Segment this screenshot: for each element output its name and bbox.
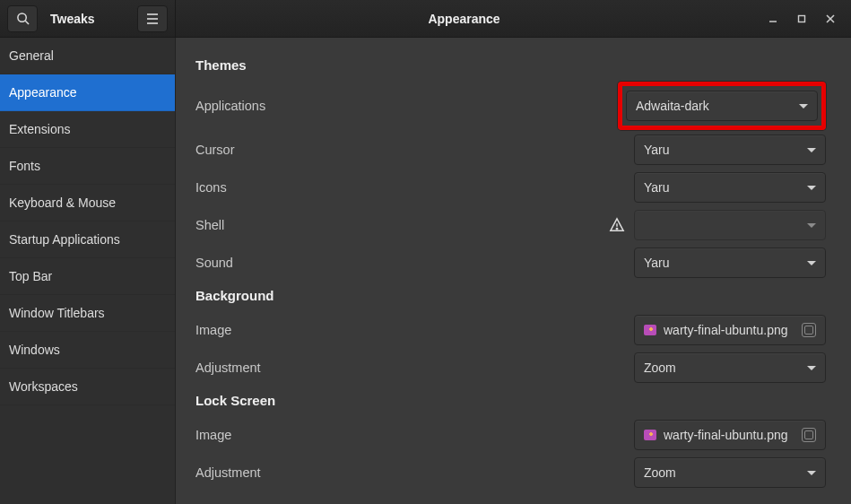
label-shell: Shell — [195, 218, 609, 232]
sidebar-item-label: Fonts — [9, 159, 40, 173]
sidebar-item-extensions[interactable]: Extensions — [0, 111, 175, 148]
label-bg-image: Image — [195, 323, 634, 337]
highlight-box: Adwaita-dark — [618, 82, 826, 130]
dropdown-value: Adwaita-dark — [636, 99, 792, 113]
dropdown-sound[interactable]: Yaru — [634, 248, 826, 278]
sidebar-item-startup-applications[interactable]: Startup Applications — [0, 222, 175, 258]
label-sound: Sound — [195, 256, 634, 270]
sidebar-item-label: Keyboard & Mouse — [9, 196, 116, 210]
page-title: Appearance — [428, 12, 499, 26]
sidebar-item-general[interactable]: General — [0, 38, 175, 74]
section-heading-lockscreen: Lock Screen — [195, 393, 826, 408]
dropdown-ls-adjustment[interactable]: Zoom — [634, 457, 826, 488]
chevron-down-icon — [807, 223, 816, 228]
svg-line-1 — [25, 21, 29, 24]
sidebar-item-workspaces[interactable]: Workspaces — [0, 369, 175, 405]
search-icon — [16, 12, 30, 25]
label-ls-adjustment: Adjustment — [195, 465, 634, 480]
menu-button[interactable] — [137, 5, 168, 32]
chevron-down-icon — [807, 186, 816, 190]
maximize-button[interactable] — [790, 7, 813, 30]
sidebar-item-keyboard-mouse[interactable]: Keyboard & Mouse — [0, 185, 175, 222]
dropdown-value: Zoom — [644, 465, 800, 480]
sidebar: General Appearance Extensions Fonts Keyb… — [0, 38, 176, 504]
dropdown-value: Yaru — [644, 180, 800, 195]
dropdown-value: Zoom — [644, 361, 800, 375]
app-title: Tweaks — [47, 12, 128, 26]
sidebar-item-label: Appearance — [9, 85, 77, 100]
dropdown-icons[interactable]: Yaru — [634, 172, 826, 203]
label-ls-image: Image — [195, 428, 634, 442]
section-heading-background: Background — [195, 288, 826, 303]
file-button-bg-image[interactable]: warty-final-ubuntu.png — [634, 315, 826, 345]
sidebar-item-appearance[interactable]: Appearance — [0, 74, 175, 111]
sidebar-item-fonts[interactable]: Fonts — [0, 148, 175, 185]
sidebar-item-label: Windows — [9, 343, 60, 357]
window-controls — [752, 0, 851, 37]
svg-point-0 — [17, 13, 25, 22]
sidebar-item-windows[interactable]: Windows — [0, 332, 175, 369]
dropdown-value: Yaru — [644, 143, 800, 157]
row-ls-image: Image warty-final-ubuntu.png — [195, 417, 826, 453]
row-shell: Shell — [195, 207, 826, 243]
image-thumbnail-icon — [644, 430, 656, 440]
file-value: warty-final-ubuntu.png — [664, 323, 796, 337]
row-ls-adjustment: Adjustment Zoom — [195, 455, 826, 491]
sidebar-item-label: Workspaces — [9, 379, 78, 394]
sidebar-item-window-titlebars[interactable]: Window Titlebars — [0, 295, 175, 332]
section-heading-themes: Themes — [195, 57, 826, 73]
sidebar-item-label: Top Bar — [9, 269, 52, 283]
label-applications: Applications — [195, 99, 618, 113]
sidebar-item-label: General — [9, 48, 54, 63]
open-file-icon — [802, 428, 816, 442]
label-bg-adjustment: Adjustment — [195, 361, 634, 375]
row-icons: Icons Yaru — [195, 169, 826, 205]
chevron-down-icon — [807, 261, 816, 265]
svg-rect-6 — [799, 15, 805, 22]
dropdown-bg-adjustment[interactable]: Zoom — [634, 352, 826, 383]
close-icon — [826, 14, 835, 23]
dropdown-applications[interactable]: Adwaita-dark — [626, 91, 818, 121]
open-file-icon — [802, 323, 816, 337]
titlebar-left: Tweaks — [0, 0, 176, 37]
hamburger-icon — [146, 13, 159, 24]
label-cursor: Cursor — [195, 143, 634, 157]
row-applications: Applications Adwaita-dark — [195, 82, 826, 130]
chevron-down-icon — [799, 104, 808, 109]
dropdown-value: Yaru — [644, 256, 800, 270]
file-button-ls-image[interactable]: warty-final-ubuntu.png — [634, 420, 826, 450]
dropdown-shell — [634, 210, 826, 240]
search-button[interactable] — [7, 5, 38, 32]
row-cursor: Cursor Yaru — [195, 132, 826, 168]
dropdown-cursor[interactable]: Yaru — [634, 135, 826, 165]
sidebar-item-top-bar[interactable]: Top Bar — [0, 258, 175, 295]
chevron-down-icon — [807, 148, 816, 152]
close-button[interactable] — [819, 7, 842, 30]
label-icons: Icons — [195, 180, 634, 195]
minimize-button[interactable] — [761, 7, 785, 30]
sidebar-item-label: Window Titlebars — [9, 306, 105, 320]
chevron-down-icon — [807, 471, 816, 475]
row-sound: Sound Yaru — [195, 245, 826, 281]
row-bg-adjustment: Adjustment Zoom — [195, 350, 826, 386]
warning-icon — [609, 217, 625, 233]
minimize-icon — [769, 14, 777, 23]
content-pane: Themes Applications Adwaita-dark Cursor … — [176, 38, 851, 504]
svg-point-10 — [616, 228, 617, 229]
maximize-icon — [797, 14, 806, 23]
chevron-down-icon — [807, 366, 816, 370]
titlebar-middle: Appearance — [176, 0, 752, 37]
sidebar-item-label: Extensions — [9, 122, 70, 136]
row-bg-image: Image warty-final-ubuntu.png — [195, 312, 826, 348]
file-value: warty-final-ubuntu.png — [664, 428, 796, 442]
titlebar: Tweaks Appearance — [0, 0, 851, 38]
sidebar-item-label: Startup Applications — [9, 232, 120, 247]
image-thumbnail-icon — [644, 325, 656, 335]
